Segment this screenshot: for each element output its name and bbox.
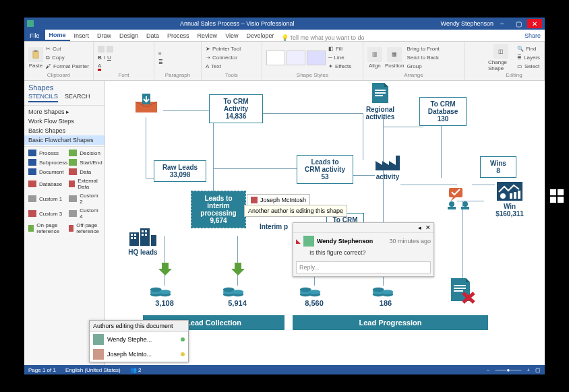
shapes-cat-more[interactable]: More Shapes ▸	[28, 107, 100, 117]
people-chat-icon[interactable]	[442, 186, 475, 211]
node-activity[interactable]: activity	[369, 151, 406, 181]
window-maximize-button[interactable]: ▢	[511, 19, 526, 28]
arrow-down-icon	[229, 260, 247, 279]
text-tool-button[interactable]: AText	[206, 63, 241, 71]
stencil-item[interactable]: Database	[28, 178, 67, 190]
tellme-search[interactable]: 💡 Tell me what you want to do	[281, 34, 365, 41]
change-shape-button[interactable]: ◫Change Shape	[488, 44, 514, 71]
zoom-in-button[interactable]: +	[527, 367, 530, 373]
tab-view[interactable]: View	[221, 30, 242, 41]
effects-button[interactable]: ✦Effects	[328, 63, 351, 71]
shapes-cat-workflow[interactable]: Work Flow Steps	[28, 117, 100, 126]
select-button[interactable]: ▭Select	[517, 63, 540, 71]
shapes-tab-search[interactable]: SEARCH	[65, 93, 90, 102]
tab-draw[interactable]: Draw	[93, 30, 115, 41]
stencil-item[interactable]: External Data	[69, 178, 102, 190]
node-raw-leads[interactable]: Raw Leads 33,098	[154, 160, 206, 182]
stencil-item[interactable]: Custom 2	[69, 193, 102, 205]
status-page[interactable]: Page 1 of 1	[28, 367, 56, 373]
tab-design[interactable]: Design	[115, 30, 142, 41]
stencil-item[interactable]: Data	[69, 168, 102, 175]
stencil-item[interactable]: Subprocess	[28, 159, 67, 166]
connector-tool-button[interactable]: ⇢Connector	[206, 54, 241, 62]
fill-button[interactable]: ◧Fill	[328, 45, 351, 53]
author-row[interactable]: Wendy Stephe...	[90, 332, 188, 347]
coauthor-count-button[interactable]: 👥 2	[130, 367, 142, 373]
connector-icon: ⇢	[206, 55, 210, 61]
position-button[interactable]: ▦Position	[385, 47, 404, 69]
stencil-item[interactable]: Custom 4	[69, 207, 102, 220]
font-bold-italic[interactable]: B I U	[98, 54, 113, 62]
format-painter-button[interactable]: 🖌Format Painter	[46, 63, 89, 71]
window-close-button[interactable]: ✕	[527, 19, 542, 28]
node-leads-interim[interactable]: Leads to interim processing 9,674	[191, 191, 245, 228]
line-button[interactable]: ─Line	[328, 54, 351, 62]
style-swatch[interactable]	[287, 51, 305, 65]
node-hq-leads[interactable]: HQ leads	[124, 226, 162, 257]
shapes-tab-stencils[interactable]: STENCILS	[28, 93, 58, 102]
svg-point-36	[232, 290, 243, 294]
shapes-cat-basic[interactable]: Basic Shapes	[28, 126, 100, 135]
window-minimize-button[interactable]: −	[495, 19, 510, 28]
comment-prev-button[interactable]: ◂	[418, 224, 421, 231]
bring-front-button[interactable]: Bring to Front	[407, 45, 439, 53]
svg-rect-47	[454, 285, 466, 286]
find-button[interactable]: 🔍Find	[517, 45, 540, 53]
comment-reply-input[interactable]: Reply...	[296, 261, 431, 273]
connector	[383, 127, 423, 127]
cut-button[interactable]: ✂Cut	[46, 45, 89, 53]
zoom-slider[interactable]: ───●───	[495, 367, 521, 373]
coauthor-edit-tooltip: Another author is editing this shape	[244, 205, 347, 217]
font-picker[interactable]	[98, 45, 113, 53]
tab-file[interactable]: File	[24, 30, 45, 41]
group-button[interactable]: Group	[407, 63, 439, 71]
tab-home[interactable]: Home	[45, 30, 70, 41]
status-language[interactable]: English (United States)	[65, 367, 121, 373]
node-interim-p[interactable]: Interim p	[253, 222, 294, 231]
node-to-crm-activity[interactable]: To CRM Activity 14,836	[209, 94, 263, 123]
align-button[interactable]: ▥Align	[367, 47, 382, 69]
tab-developer[interactable]: Developer	[242, 30, 278, 41]
node-regional-activities[interactable]: Regional activities	[360, 81, 400, 121]
stencil-item[interactable]: Custom 3	[28, 207, 67, 220]
fit-page-button[interactable]: ▢	[535, 367, 541, 373]
stencil-label: Custom 3	[39, 211, 62, 217]
stencil-item[interactable]: Start/End	[69, 159, 102, 166]
svg-point-46	[382, 290, 393, 294]
zoom-out-button[interactable]: −	[487, 367, 490, 373]
tab-process[interactable]: Process	[163, 30, 193, 41]
tab-data[interactable]: Data	[142, 30, 163, 41]
send-back-button[interactable]: Send to Back	[407, 54, 439, 62]
tellme-label: Tell me what you want to do	[290, 34, 365, 41]
pointer-tool-button[interactable]: ➤Pointer Tool	[206, 45, 241, 53]
comment-close-button[interactable]: ✕	[425, 224, 431, 231]
signed-in-user[interactable]: Wendy Stephenson	[441, 20, 493, 27]
shapes-cat-flowchart[interactable]: Basic Flowchart Shapes	[24, 135, 104, 145]
font-color-button[interactable]: A	[98, 63, 113, 71]
copy-button[interactable]: ⧉Copy	[46, 54, 89, 62]
node-wins[interactable]: Wins 8	[480, 156, 516, 178]
stencil-item[interactable]: Decision	[69, 150, 102, 156]
stencil-item[interactable]: Document	[28, 168, 67, 175]
align-left-button[interactable]: ≡	[158, 49, 163, 57]
paste-button[interactable]: Paste	[28, 47, 43, 69]
style-swatch[interactable]	[266, 51, 285, 65]
style-swatch[interactable]	[307, 51, 326, 65]
author-row[interactable]: Joseph McInto...	[90, 347, 188, 362]
stencil-item[interactable]: Process	[28, 150, 67, 156]
layers-button[interactable]: ≣Layers	[517, 54, 540, 62]
node-to-crm-database[interactable]: To CRM Database 130	[419, 97, 467, 126]
share-button[interactable]: Share	[520, 30, 545, 41]
stencil-item[interactable]: Off-page reference	[69, 222, 102, 234]
stencil-item[interactable]: Custom 1	[28, 193, 67, 205]
tab-review[interactable]: Review	[193, 30, 222, 41]
tab-insert[interactable]: Insert	[70, 30, 94, 41]
svg-rect-25	[142, 234, 144, 236]
svg-point-7	[500, 193, 506, 199]
bullets-button[interactable]: ≣	[158, 58, 163, 66]
node-leads-crm-activity[interactable]: Leads to CRM activity 53	[297, 155, 353, 184]
node-win-total[interactable]: Win $160,311	[491, 181, 529, 218]
stencil-item[interactable]: On-page reference	[28, 222, 67, 234]
metric-1: 3,108	[148, 299, 181, 307]
inbox-icon[interactable]	[132, 92, 160, 119]
